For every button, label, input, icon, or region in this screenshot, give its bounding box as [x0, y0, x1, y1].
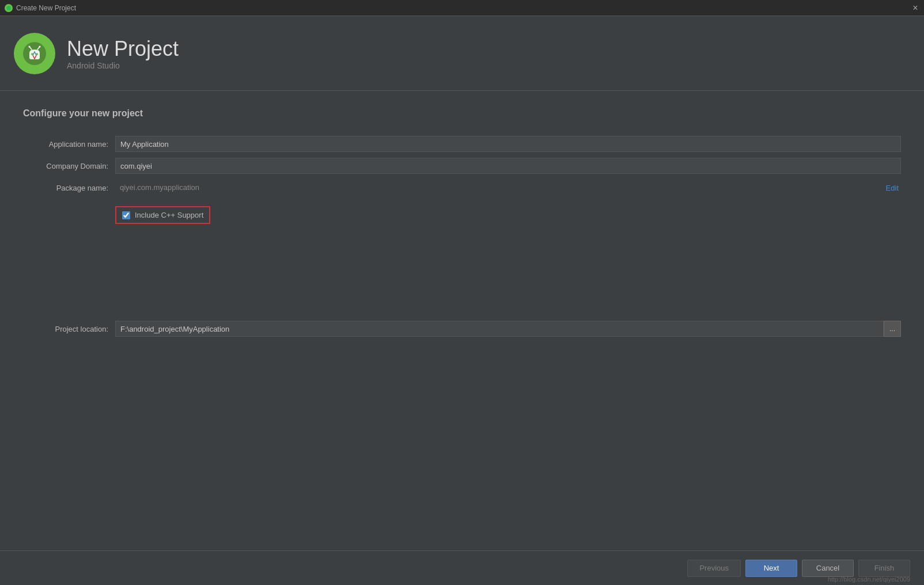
header-title: New Project: [67, 36, 179, 61]
android-logo: [14, 33, 55, 74]
app-icon: [5, 4, 13, 12]
svg-point-0: [6, 6, 11, 10]
finish-button[interactable]: Finish: [858, 560, 910, 577]
cancel-button[interactable]: Cancel: [802, 560, 854, 577]
next-button[interactable]: Next: [745, 560, 797, 577]
edit-link[interactable]: Edit: [886, 184, 901, 192]
header-subtitle: Android Studio: [67, 61, 179, 70]
header-text: New Project Android Studio: [67, 36, 179, 70]
browse-button[interactable]: ...: [884, 321, 901, 337]
package-row-inner: qiyei.com.myapplication Edit: [115, 180, 901, 196]
form-area: Application name: Company Domain: Packag…: [23, 136, 901, 337]
company-domain-row: Company Domain:: [23, 158, 901, 174]
cpp-checkbox-wrapper: Include C++ Support: [23, 202, 901, 229]
project-location-label: Project location:: [23, 325, 115, 333]
company-domain-input[interactable]: [115, 158, 901, 174]
watermark: http://blog.csdn.net/qiyei2009: [828, 576, 910, 583]
previous-button[interactable]: Previous: [687, 560, 741, 577]
svg-point-7: [39, 45, 41, 47]
application-name-label: Application name:: [23, 140, 115, 149]
company-domain-label: Company Domain:: [23, 162, 115, 170]
package-name-label: Package name:: [23, 184, 115, 192]
svg-point-6: [29, 45, 31, 47]
cpp-checkbox-label: Include C++ Support: [135, 211, 203, 219]
application-name-row: Application name:: [23, 136, 901, 152]
close-button[interactable]: ×: [911, 4, 919, 12]
application-name-input[interactable]: [115, 136, 901, 152]
bottom-bar: Previous Next Cancel Finish: [0, 550, 924, 585]
cpp-checkbox-container[interactable]: Include C++ Support: [115, 206, 210, 224]
project-location-input[interactable]: [115, 321, 884, 337]
title-bar: Create New Project ×: [0, 0, 924, 16]
main-content: Configure your new project Application n…: [0, 91, 924, 550]
section-title: Configure your new project: [23, 108, 901, 119]
package-name-value: qiyei.com.myapplication: [115, 180, 886, 196]
package-name-row: Package name: qiyei.com.myapplication Ed…: [23, 180, 901, 196]
cpp-checkbox[interactable]: [122, 211, 130, 219]
android-studio-svg: [21, 40, 48, 67]
title-bar-text: Create New Project: [16, 4, 76, 12]
project-location-row: Project location: ...: [23, 321, 901, 337]
header-area: New Project Android Studio: [0, 16, 924, 91]
title-bar-left: Create New Project: [5, 4, 76, 12]
